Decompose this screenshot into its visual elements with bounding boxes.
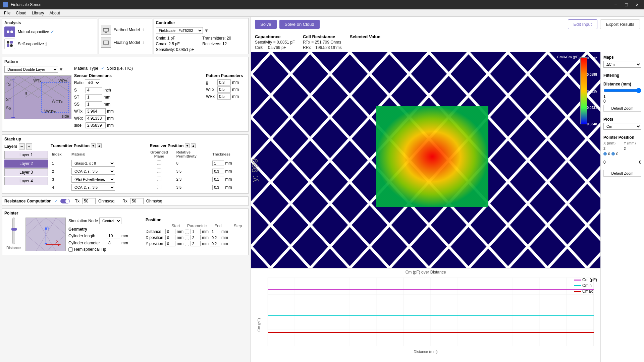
self-cap-check: ℹ: [45, 41, 47, 47]
minimize-button[interactable]: −: [611, 1, 620, 8]
menu-library[interactable]: Library: [29, 10, 47, 16]
rx-pos-down[interactable]: ▼: [185, 143, 190, 148]
default-zoom-1-button[interactable]: Default Zoom: [603, 105, 641, 112]
wtx-input[interactable]: [86, 108, 106, 114]
side-input[interactable]: [86, 122, 106, 128]
rx-input[interactable]: [130, 198, 144, 204]
ypos-step-input[interactable]: [210, 241, 220, 246]
material-type-label: Material Type: [74, 66, 98, 71]
material-1-select[interactable]: Glass-2, ε : 8: [71, 160, 115, 167]
thickness-4-input[interactable]: [212, 185, 224, 190]
gp-2-check[interactable]: [157, 169, 161, 173]
maximize-button[interactable]: □: [622, 1, 630, 8]
self-cap-icon: [4, 39, 15, 49]
dist-param-check[interactable]: [185, 230, 189, 234]
wrx-param-input[interactable]: [217, 94, 231, 100]
close-button[interactable]: ×: [633, 1, 641, 8]
s-input[interactable]: [86, 87, 102, 93]
ypos-param-check[interactable]: [185, 242, 189, 246]
solve-cloud-button[interactable]: Solve on Cloud: [279, 20, 320, 29]
xpos-start-input[interactable]: [165, 235, 175, 240]
pointer-pos-section: Pointer Position X (mm) Y (mm) 2 2 0 0: [603, 135, 641, 157]
thickness-2-input[interactable]: [212, 169, 224, 174]
add-layer-button[interactable]: +: [26, 143, 32, 149]
sim-node-dropdown[interactable]: Central: [99, 218, 121, 224]
capacitance-line1: Senstivity = 0.0851 pF: [255, 40, 295, 45]
ratio-dropdown[interactable]: 4:3: [85, 79, 100, 86]
xpos-label: X position: [146, 235, 164, 240]
wrx-unit: mm: [107, 116, 114, 121]
selected-value-title: Selected Value: [350, 34, 380, 39]
hemispherical-tip-check[interactable]: [68, 247, 73, 252]
material-2-select[interactable]: OCA-2, ε : 3.5: [71, 168, 115, 175]
xpos-step-input[interactable]: [210, 235, 220, 240]
legend-cmin: Cmin: [574, 283, 597, 288]
layer-4[interactable]: Layer 4: [4, 177, 48, 185]
remove-layer-button[interactable]: −: [19, 143, 25, 149]
g-input[interactable]: [217, 79, 231, 85]
pointer-distance-slider[interactable]: [12, 218, 15, 244]
layer-1[interactable]: Layer 1: [4, 151, 48, 159]
analysis-title: Analysis: [4, 20, 95, 26]
edit-input-button[interactable]: Edit Input: [568, 19, 598, 29]
gp-1-check[interactable]: [157, 161, 161, 165]
pp-dot-2: [611, 152, 615, 156]
dist-step-input[interactable]: [210, 229, 220, 234]
info-bar: Capacitance Senstivity = 0.0851 pF Cm0 =…: [251, 32, 644, 52]
tx-pos-up[interactable]: ▲: [97, 143, 102, 148]
xpos-end-input[interactable]: [191, 235, 201, 240]
pointer-title: Pointer: [4, 211, 246, 216]
rx-pos-up[interactable]: ▲: [191, 143, 196, 148]
dist-start-input[interactable]: [165, 229, 175, 234]
export-results-button[interactable]: Export Results: [600, 19, 640, 29]
ss-input[interactable]: [86, 101, 102, 107]
stack-table-area: Transmitter Position ▼ ▲ Receiver Positi…: [51, 143, 246, 191]
dist-end-input[interactable]: [191, 229, 201, 234]
wtx-param-input[interactable]: [217, 86, 231, 93]
wrx-input[interactable]: [86, 115, 106, 121]
gp-4-check[interactable]: [157, 185, 161, 189]
layer-3[interactable]: Layer 3: [4, 168, 48, 176]
xpos-param-check[interactable]: [185, 236, 189, 240]
cell-resistance-info: Cell Resistance RTx = 251.709 Ohms RRx =…: [303, 34, 342, 50]
menu-about[interactable]: About: [47, 10, 62, 16]
ypos-start-input[interactable]: [165, 241, 175, 246]
maps-select[interactable]: ΔCm: [603, 61, 641, 68]
ratio-row: Ratio 4:3: [74, 79, 201, 86]
cylinder-length-input[interactable]: [107, 233, 120, 239]
pp-val-1: 0: [608, 152, 610, 156]
map-title-label: Cm0-Cm (pF): [557, 55, 580, 59]
material-3-select[interactable]: (PE) Polyethylene,: [71, 176, 115, 183]
g-unit: mm: [232, 80, 239, 85]
pattern-dropdown[interactable]: Diamond Double Layer: [4, 66, 58, 73]
menu-file[interactable]: File: [1, 10, 13, 16]
pos-step-header: Step: [229, 224, 246, 228]
resistance-toggle[interactable]: [60, 199, 70, 203]
tx-input[interactable]: [82, 198, 96, 204]
material-4-select[interactable]: OCA-2, ε : 3.5: [71, 184, 115, 191]
layers-label: Layers: [4, 144, 17, 149]
cylinder-diameter-input[interactable]: [107, 240, 120, 246]
analysis-section: Analysis Mutual-capacitive ✓: [2, 18, 97, 54]
controller-dropdown[interactable]: Fieldscale , FcT5202: [156, 27, 203, 34]
ypos-end-input[interactable]: [191, 241, 201, 246]
plots-select[interactable]: Cm: [603, 123, 641, 130]
capacitance-info: Capacitance Senstivity = 0.0851 pF Cm0 =…: [255, 34, 295, 50]
gp-3-check[interactable]: [157, 177, 161, 181]
solve-button[interactable]: Solve: [255, 20, 277, 29]
distance-slider[interactable]: [603, 88, 641, 93]
thickness-1-input[interactable]: [212, 161, 224, 166]
layer-2[interactable]: Layer 2: [4, 160, 48, 168]
thickness-3-input[interactable]: [212, 177, 224, 182]
default-zoom-2-button[interactable]: Default Zoom: [603, 170, 641, 177]
sensitivity-row: Sensitivity: 0.0851 pF: [156, 47, 200, 52]
menu-cloud[interactable]: Cloud: [13, 10, 29, 16]
svg-text:WTx: WTx: [33, 78, 42, 83]
viz-map[interactable]: y: 999 0.0682 0.0598 0.0515 0.0431 0.034…: [251, 52, 600, 268]
layers-column: Layers − + Layer 1 Layer 2 Layer 3 Layer…: [4, 143, 48, 191]
tx-pos-down[interactable]: ▼: [91, 143, 96, 148]
st-input[interactable]: [86, 94, 102, 100]
distance-pos-label: Distance: [146, 229, 164, 234]
rx-label: Rx: [122, 199, 127, 203]
cell-resistance-title: Cell Resistance: [303, 34, 342, 39]
